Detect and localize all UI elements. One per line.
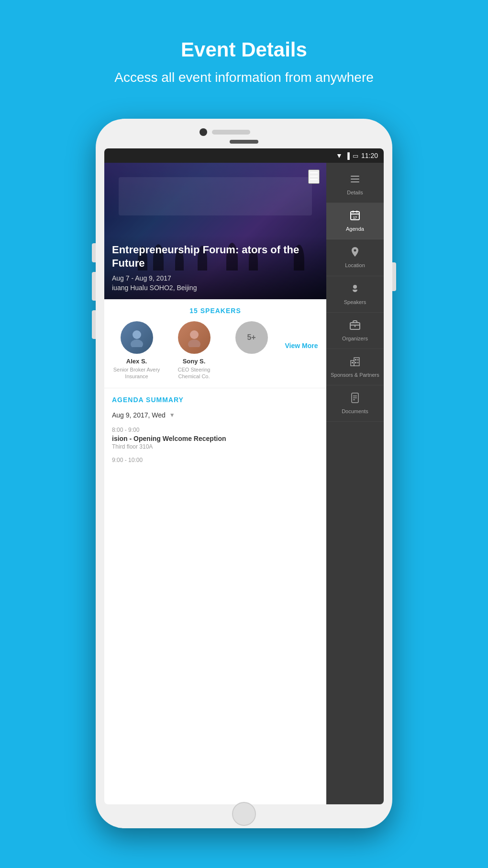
nav-label-speakers: Speakers bbox=[344, 299, 366, 305]
speaker-alex-name: Alex S. bbox=[126, 358, 147, 365]
location-icon-svg bbox=[349, 246, 361, 258]
briefcase-icon bbox=[349, 319, 361, 333]
wifi-icon: ▼ bbox=[336, 152, 343, 159]
signal-icon: ▐ bbox=[345, 152, 350, 159]
speaker-item-sony: Sony S. CEO Steering Chemical Co. bbox=[170, 321, 218, 380]
svg-text:17: 17 bbox=[353, 216, 357, 219]
building-icon bbox=[349, 356, 361, 369]
nav-label-documents: Documents bbox=[342, 408, 368, 415]
svg-rect-21 bbox=[355, 362, 356, 363]
svg-rect-23 bbox=[352, 362, 353, 363]
speakers-title: 15 SPEAKERS bbox=[112, 307, 319, 315]
hero-section: ☰ Entrepreneurship Forum: ators of the F… bbox=[104, 163, 326, 299]
svg-rect-18 bbox=[354, 358, 359, 366]
avatar-more-count: 5+ bbox=[247, 333, 255, 342]
sponsors-icon-svg bbox=[349, 356, 361, 367]
battery-icon: ▭ bbox=[353, 152, 358, 159]
svg-rect-20 bbox=[357, 359, 358, 361]
hero-date: Aug 7 - Aug 9, 2017 bbox=[112, 274, 319, 282]
svg-rect-6 bbox=[351, 181, 359, 182]
agenda-time-1: 8:00 - 9:00 bbox=[112, 427, 319, 433]
phone-body: ▼ ▐ ▭ 11:20 bbox=[96, 119, 392, 828]
volume-down-button bbox=[92, 310, 96, 339]
phone-top bbox=[104, 128, 384, 148]
speaker-item-alex: Alex S. Senior Broker Avery Insurance bbox=[113, 321, 161, 380]
page-header: Event Details Access all event informati… bbox=[0, 0, 488, 104]
svg-rect-22 bbox=[357, 362, 358, 363]
nav-label-location: Location bbox=[345, 262, 365, 269]
phone-bottom-speaker bbox=[230, 140, 258, 144]
nav-label-details: Details bbox=[347, 190, 363, 196]
agenda-title: AGENDA SUMMARY bbox=[112, 396, 319, 404]
agenda-section: AGENDA SUMMARY Aug 9, 2017, Wed ▼ 8:00 -… bbox=[104, 388, 326, 804]
agenda-icon-svg: 17 bbox=[349, 210, 361, 221]
nav-item-sponsors[interactable]: Sponsors & Partners bbox=[326, 349, 384, 385]
agenda-date-label: Aug 9, 2017, Wed bbox=[112, 411, 166, 419]
avatar-alex bbox=[121, 321, 153, 354]
hero-text-block: Entrepreneurship Forum: ators of the Fut… bbox=[104, 236, 326, 299]
svg-point-2 bbox=[190, 330, 199, 339]
phone-mockup: ▼ ▐ ▭ 11:20 bbox=[0, 119, 488, 828]
avatar-alex-svg bbox=[127, 328, 146, 347]
agenda-time-2: 9:00 - 10:00 bbox=[112, 457, 319, 463]
nav-item-details[interactable]: Details bbox=[326, 167, 384, 203]
calendar-icon: 17 bbox=[349, 210, 361, 223]
location-icon bbox=[349, 246, 361, 259]
hero-event-title: Entrepreneurship Forum: ators of the Fut… bbox=[112, 243, 319, 271]
speaker-sony-role: CEO Steering Chemical Co. bbox=[170, 366, 218, 380]
nav-item-documents[interactable]: Documents bbox=[326, 385, 384, 422]
nav-item-location[interactable]: Location bbox=[326, 239, 384, 276]
documents-icon-svg bbox=[349, 392, 361, 404]
svg-rect-19 bbox=[355, 359, 356, 361]
svg-rect-5 bbox=[351, 179, 359, 180]
speaker-item-more: 5+ bbox=[228, 321, 276, 358]
speakers-icon-svg bbox=[349, 283, 361, 294]
nav-item-speakers[interactable]: Speakers bbox=[326, 276, 384, 313]
agenda-venue-1: Third floor 310A bbox=[112, 443, 319, 450]
agenda-date-row: Aug 9, 2017, Wed ▼ bbox=[112, 411, 319, 419]
phone-speaker bbox=[212, 130, 250, 135]
nav-label-organizers: Organizers bbox=[342, 336, 368, 342]
speakers-section: 15 SPEAKERS Alex S. bbox=[104, 299, 326, 388]
home-button[interactable] bbox=[232, 802, 256, 826]
mic-icon bbox=[349, 283, 361, 296]
speaker-sony-name: Sony S. bbox=[183, 358, 206, 365]
power-button bbox=[392, 262, 396, 291]
hero-menu-button[interactable]: ☰ bbox=[308, 169, 320, 184]
svg-point-0 bbox=[133, 330, 141, 339]
hero-location: iuang Hualu SOHO2, Beijing bbox=[112, 284, 319, 292]
list-icon bbox=[349, 173, 361, 187]
screen-body: ☰ Entrepreneurship Forum: ators of the F… bbox=[104, 163, 384, 804]
phone-screen: ▼ ▐ ▭ 11:20 bbox=[104, 148, 384, 804]
view-more-button[interactable]: View More bbox=[285, 342, 318, 349]
agenda-item-1: 8:00 - 9:00 ision - Opening Welcome Rece… bbox=[112, 427, 319, 450]
avatar-sony-svg bbox=[185, 328, 204, 347]
main-content: ☰ Entrepreneurship Forum: ators of the F… bbox=[104, 163, 326, 804]
status-time: 11:20 bbox=[361, 152, 378, 159]
svg-point-12 bbox=[353, 285, 357, 289]
status-bar: ▼ ▐ ▭ 11:20 bbox=[104, 148, 384, 163]
organizers-icon-svg bbox=[349, 319, 361, 331]
document-icon bbox=[349, 392, 361, 406]
svg-point-1 bbox=[131, 339, 143, 347]
avatar-more: 5+ bbox=[235, 321, 268, 354]
agenda-date-arrow-icon: ▼ bbox=[169, 412, 175, 418]
agenda-event-name-1: ision - Opening Welcome Reception bbox=[112, 435, 319, 442]
page-subtitle: Access all event information from anywhe… bbox=[0, 70, 488, 85]
details-icon-svg bbox=[349, 173, 361, 185]
speaker-alex-role: Senior Broker Avery Insurance bbox=[113, 366, 161, 380]
page-title: Event Details bbox=[0, 38, 488, 61]
status-icons: ▼ ▐ ▭ 11:20 bbox=[336, 152, 378, 159]
nav-item-agenda[interactable]: 17 Agenda bbox=[326, 203, 384, 239]
speakers-row: Alex S. Senior Broker Avery Insurance bbox=[112, 321, 319, 380]
nav-item-organizers[interactable]: Organizers bbox=[326, 313, 384, 349]
phone-camera bbox=[200, 128, 207, 136]
side-nav: Details 17 Age bbox=[326, 163, 384, 804]
volume-mute-button bbox=[92, 243, 96, 262]
nav-label-sponsors: Sponsors & Partners bbox=[331, 372, 379, 378]
svg-rect-4 bbox=[351, 176, 359, 177]
volume-up-button bbox=[92, 272, 96, 301]
phone-bottom bbox=[104, 804, 384, 819]
avatar-sony bbox=[178, 321, 211, 354]
nav-label-agenda: Agenda bbox=[346, 226, 364, 232]
